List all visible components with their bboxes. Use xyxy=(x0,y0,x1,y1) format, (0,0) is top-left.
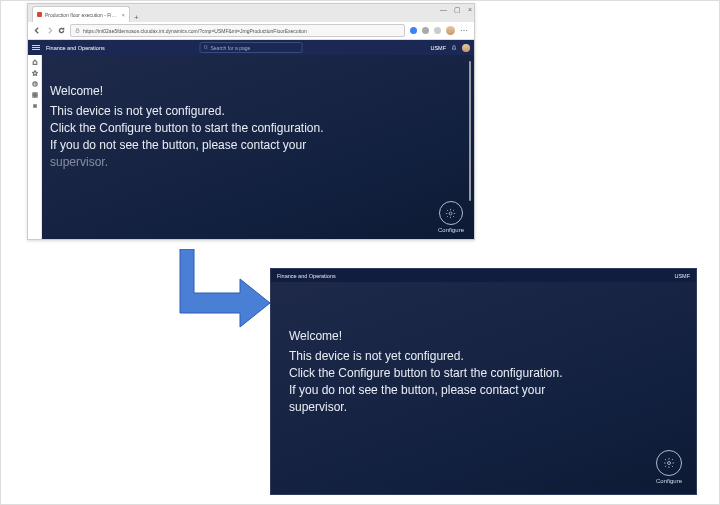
svg-point-8 xyxy=(667,462,670,465)
gear-icon xyxy=(445,208,456,219)
tab-title: Production floor execution - Fi… xyxy=(45,12,116,18)
rail-modules-icon[interactable] xyxy=(32,103,38,109)
favorites-icon[interactable] xyxy=(434,27,441,34)
window-controls: — ▢ × xyxy=(440,6,472,14)
rail-workspaces-icon[interactable] xyxy=(32,92,38,98)
profile-avatar[interactable] xyxy=(446,26,455,35)
configure-label: Configure xyxy=(656,478,682,484)
app-brand: Finance and Operations xyxy=(277,273,336,279)
user-avatar[interactable] xyxy=(462,44,470,52)
svg-rect-4 xyxy=(35,93,37,95)
nav-forward-icon[interactable] xyxy=(46,27,53,34)
scrollbar[interactable] xyxy=(469,61,471,201)
nav-menu-icon[interactable] xyxy=(32,44,40,52)
browser-tab-strip: Production floor execution - Fi… × + — ▢… xyxy=(28,4,474,22)
company-picker[interactable]: USMF xyxy=(430,45,446,51)
welcome-line: If you do not see the button, please con… xyxy=(289,382,674,399)
svg-rect-3 xyxy=(32,93,34,95)
comparison-figure: Production floor execution - Fi… × + — ▢… xyxy=(0,0,720,505)
lock-icon xyxy=(75,28,80,33)
welcome-line: Click the Configure button to start the … xyxy=(289,365,674,382)
app-brand: Finance and Operations xyxy=(46,45,105,51)
welcome-line: supervisor. xyxy=(289,399,674,416)
svg-point-7 xyxy=(450,212,453,215)
window-minimize-icon[interactable]: — xyxy=(440,6,447,14)
welcome-line: Click the Configure button to start the … xyxy=(50,120,450,137)
welcome-heading: Welcome! xyxy=(289,328,674,345)
welcome-line: This device is not yet configured. xyxy=(50,103,450,120)
search-icon xyxy=(204,45,209,50)
favicon-icon xyxy=(37,12,42,17)
rail-home-icon[interactable] xyxy=(32,59,38,65)
new-tab-button[interactable]: + xyxy=(134,13,139,22)
window-close-icon[interactable]: × xyxy=(468,6,472,14)
configure-button[interactable]: Configure xyxy=(656,450,682,484)
before-content-pane: Welcome! This device is not yet configur… xyxy=(42,55,474,239)
rail-favorite-icon[interactable] xyxy=(32,70,38,76)
before-stage: Welcome! This device is not yet configur… xyxy=(28,55,474,239)
extension-icon[interactable] xyxy=(422,27,429,34)
welcome-line: This device is not yet configured. xyxy=(289,348,674,365)
after-content-pane: Welcome! This device is not yet configur… xyxy=(271,282,696,494)
browser-menu-icon[interactable]: ⋯ xyxy=(460,26,468,35)
svg-point-1 xyxy=(204,46,207,49)
app-search-input[interactable]: Search for a page xyxy=(200,42,303,53)
configure-button[interactable]: Configure xyxy=(438,201,464,233)
company-picker[interactable]: USMF xyxy=(674,273,690,279)
welcome-heading: Welcome! xyxy=(50,83,450,100)
app-header: Finance and Operations Search for a page… xyxy=(28,40,474,55)
tab-close-icon[interactable]: × xyxy=(121,12,125,18)
after-fullscreen-window: Finance and Operations USMF Welcome! Thi… xyxy=(270,268,697,495)
nav-back-icon[interactable] xyxy=(34,27,41,34)
browser-tab[interactable]: Production floor execution - Fi… × xyxy=(32,6,130,22)
url-field[interactable]: https://int02ae5fdemoaos.cloudax.int.dyn… xyxy=(70,24,405,37)
svg-rect-6 xyxy=(35,95,37,97)
gear-icon xyxy=(663,457,675,469)
window-maximize-icon[interactable]: ▢ xyxy=(454,6,461,14)
nav-refresh-icon[interactable] xyxy=(58,27,65,34)
before-browser-window: Production floor execution - Fi… × + — ▢… xyxy=(27,3,475,240)
welcome-line: supervisor. xyxy=(50,154,450,171)
left-nav-rail xyxy=(28,55,42,239)
welcome-message: Welcome! This device is not yet configur… xyxy=(289,328,674,416)
search-placeholder: Search for a page xyxy=(211,45,251,51)
configure-label: Configure xyxy=(438,227,464,233)
app-header: Finance and Operations USMF xyxy=(271,269,696,282)
svg-rect-0 xyxy=(76,30,79,33)
transition-arrow-icon xyxy=(174,249,284,329)
browser-address-bar: https://int02ae5fdemoaos.cloudax.int.dyn… xyxy=(28,22,474,40)
extension-icon[interactable] xyxy=(410,27,417,34)
url-text: https://int02ae5fdemoaos.cloudax.int.dyn… xyxy=(83,28,307,34)
notifications-icon[interactable] xyxy=(451,45,457,51)
svg-rect-5 xyxy=(32,95,34,97)
rail-recent-icon[interactable] xyxy=(32,81,38,87)
welcome-message: Welcome! This device is not yet configur… xyxy=(50,83,450,171)
welcome-line: If you do not see the button, please con… xyxy=(50,137,450,154)
